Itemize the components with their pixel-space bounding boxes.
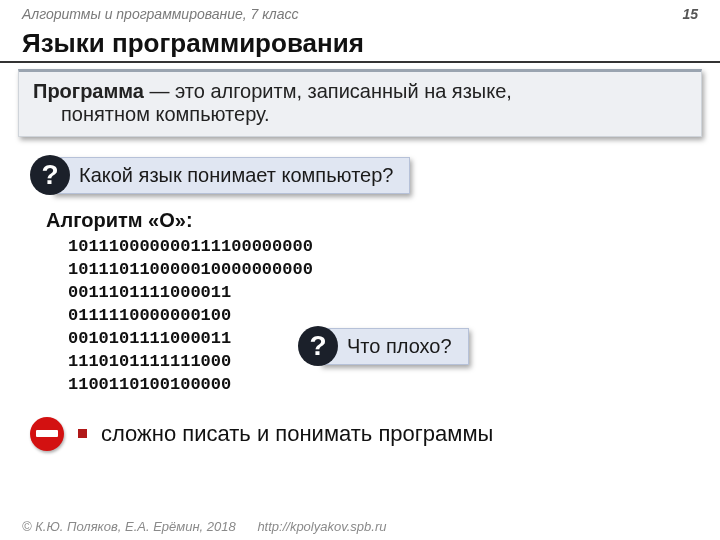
question-2: ? Что плохо? <box>298 326 469 366</box>
binary-line: 0011101111000011 <box>68 282 720 305</box>
definition-rest1: это алгоритм, записанный на языке, <box>175 80 512 102</box>
binary-line: 101110110000010000000000 <box>68 259 720 282</box>
definition-box: Программа — это алгоритм, записанный на … <box>18 69 702 137</box>
question-1: ? Какой язык понимает компьютер? <box>30 155 720 195</box>
binary-line: 0111110000000100 <box>68 305 720 328</box>
definition-dash: — <box>144 80 175 102</box>
algorithm-section: Алгоритм «О»: 101110000000111100000000 1… <box>46 209 720 397</box>
algorithm-title: Алгоритм «О»: <box>46 209 720 232</box>
no-entry-icon <box>30 417 64 451</box>
drawback-bullet: сложно писать и понимать программы <box>30 417 720 451</box>
no-entry-bar <box>36 430 58 437</box>
question-mark-icon: ? <box>298 326 338 366</box>
binary-line: 101110000000111100000000 <box>68 236 720 259</box>
question-mark-icon: ? <box>30 155 70 195</box>
copyright: © К.Ю. Поляков, Е.А. Ерёмин, 2018 <box>22 519 236 534</box>
question-2-text: Что плохо? <box>320 328 469 365</box>
definition-term: Программа <box>33 80 144 102</box>
page-number: 15 <box>682 6 698 22</box>
course-title: Алгоритмы и программирование, 7 класс <box>22 6 299 22</box>
bullet-square-icon <box>78 429 87 438</box>
slide-title: Языки программирования <box>0 24 720 63</box>
slide-footer: © К.Ю. Поляков, Е.А. Ерёмин, 2018 http:/… <box>22 519 386 534</box>
question-1-text: Какой язык понимает компьютер? <box>52 157 410 194</box>
footer-url: http://kpolyakov.spb.ru <box>257 519 386 534</box>
binary-code-block: 101110000000111100000000 101110110000010… <box>46 236 720 397</box>
binary-line: 1100110100100000 <box>68 374 720 397</box>
drawback-text: сложно писать и понимать программы <box>101 421 493 447</box>
slide-header: Алгоритмы и программирование, 7 класс 15 <box>0 0 720 24</box>
definition-line2: понятном компьютеру. <box>33 103 687 126</box>
definition-line1: Программа — это алгоритм, записанный на … <box>33 80 687 103</box>
